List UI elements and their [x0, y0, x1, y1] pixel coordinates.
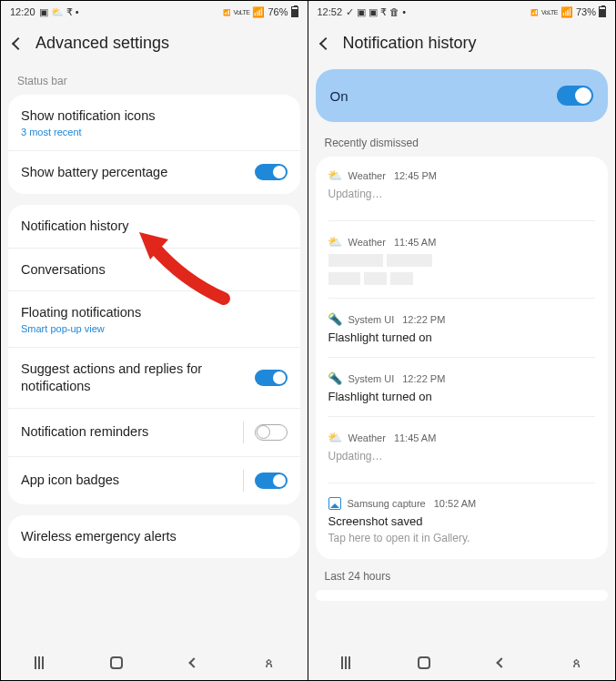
- notif-time: 10:52 AM: [434, 498, 476, 509]
- row-title: Floating notifications: [21, 304, 141, 321]
- status-bar: 12:52 ✓ ▣ ▣ ₹ 🗑 • 📶 VoLTE 📶 73%: [308, 1, 616, 23]
- status-time: 12:52: [318, 6, 343, 17]
- row-wireless-emergency[interactable]: Wireless emergency alerts: [8, 515, 300, 558]
- header: Advanced settings: [1, 23, 308, 69]
- header: Notification history: [308, 23, 616, 69]
- battery-pct: 76%: [268, 6, 288, 17]
- lte-icon: VoLTE: [541, 9, 558, 15]
- notif-time: 11:45 AM: [394, 237, 436, 248]
- notif-app: System UI: [348, 373, 395, 384]
- weather-icon: ⛅: [328, 235, 342, 249]
- screen-notification-history: 12:52 ✓ ▣ ▣ ₹ 🗑 • 📶 VoLTE 📶 73% Notifica…: [308, 1, 616, 680]
- toggle-battery-pct[interactable]: [255, 164, 288, 180]
- status-icon: ✓ ▣ ▣ ₹ 🗑 •: [346, 6, 406, 18]
- pointer-arrow-icon: [137, 230, 237, 312]
- card-last-24h: [316, 590, 609, 601]
- notif-item-systemui[interactable]: 🔦 System UI 12:22 PM Flashlight turned o…: [316, 363, 609, 411]
- battery-icon: [291, 6, 298, 17]
- notif-title: Flashlight turned on: [328, 390, 596, 403]
- nav-bar: ጰ: [308, 645, 616, 680]
- redacted-content: [328, 254, 596, 267]
- lte-icon: VoLTE: [233, 9, 249, 15]
- nav-recent-button[interactable]: [35, 656, 44, 669]
- notif-subtitle: Updating…: [328, 444, 596, 470]
- notif-title: Screenshot saved: [328, 514, 596, 528]
- on-banner[interactable]: On: [316, 69, 609, 122]
- nav-accessibility-button[interactable]: ጰ: [572, 655, 581, 671]
- status-bar: 12:20 ▣ ⛅ ₹ • 📶 VoLTE 📶 76%: [1, 1, 308, 23]
- on-label: On: [330, 88, 348, 104]
- row-show-notif-icons[interactable]: Show notification icons 3 most recent: [8, 95, 300, 151]
- divider: [328, 416, 596, 417]
- card-emergency: Wireless emergency alerts: [8, 515, 300, 558]
- redacted-content: [328, 272, 596, 285]
- row-subtitle: Smart pop-up view: [21, 323, 141, 334]
- notif-app: Weather: [348, 432, 386, 443]
- notif-subtitle: Updating…: [328, 182, 596, 208]
- row-title: App icon badges: [21, 472, 119, 489]
- toggle-app-icon-badges[interactable]: [255, 473, 288, 489]
- row-notification-reminders[interactable]: Notification reminders: [8, 409, 300, 457]
- signal-icon: 📶: [252, 6, 265, 18]
- notif-time: 11:45 AM: [394, 432, 436, 443]
- page-title: Notification history: [343, 34, 477, 53]
- row-title: Suggest actions and replies for notifica…: [21, 361, 221, 395]
- screen-advanced-settings: 12:20 ▣ ⛅ ₹ • 📶 VoLTE 📶 76% Advanced set…: [1, 1, 308, 680]
- nav-back-button[interactable]: [188, 657, 198, 667]
- back-icon[interactable]: [12, 36, 25, 49]
- battery-icon: [599, 6, 606, 17]
- notif-item-samsung-capture[interactable]: Samsung capture 10:52 AM Screenshot save…: [316, 489, 609, 552]
- notif-app: Samsung capture: [348, 498, 426, 509]
- row-title: Wireless emergency alerts: [21, 528, 177, 545]
- divider: [328, 298, 596, 299]
- row-app-icon-badges[interactable]: App icon badges: [8, 457, 300, 504]
- notif-app: System UI: [348, 314, 395, 325]
- wifi-icon: 📶: [530, 9, 539, 15]
- row-title: Show notification icons: [21, 107, 156, 125]
- notif-time: 12:22 PM: [402, 373, 445, 384]
- notif-title: Flashlight turned on: [328, 330, 596, 344]
- divider: [328, 357, 596, 358]
- row-subtitle: 3 most recent: [21, 127, 156, 137]
- notif-item-weather[interactable]: ⛅ Weather 12:45 PM Updating…: [316, 160, 609, 215]
- nav-home-button[interactable]: [418, 656, 430, 669]
- row-show-battery-pct[interactable]: Show battery percentage: [8, 151, 300, 194]
- section-label-statusbar: Status bar: [1, 69, 308, 95]
- page-title: Advanced settings: [35, 34, 169, 53]
- section-last-24h: Last 24 hours: [308, 570, 616, 590]
- notif-item-systemui[interactable]: 🔦 System UI 12:22 PM Flashlight turned o…: [316, 304, 609, 351]
- divider: [328, 483, 596, 483]
- notif-time: 12:22 PM: [402, 314, 445, 325]
- wifi-icon: 📶: [223, 9, 231, 15]
- nav-home-button[interactable]: [110, 656, 123, 669]
- notif-item-weather[interactable]: ⛅ Weather 11:45 AM Updating…: [316, 422, 609, 477]
- toggle-history-on[interactable]: [557, 86, 593, 106]
- row-title: Show battery percentage: [21, 164, 167, 181]
- nav-accessibility-button[interactable]: ጰ: [265, 655, 274, 671]
- row-title: Conversations: [21, 261, 106, 279]
- status-icon: ▣ ⛅ ₹ •: [39, 6, 79, 18]
- flashlight-icon: 🔦: [328, 312, 342, 326]
- nav-back-button[interactable]: [497, 657, 507, 667]
- weather-icon: ⛅: [328, 431, 342, 444]
- card-recently-dismissed: ⛅ Weather 12:45 PM Updating… ⛅ Weather 1…: [316, 157, 609, 559]
- notif-app: Weather: [348, 170, 386, 181]
- status-time: 12:20: [10, 6, 35, 17]
- notif-item-weather[interactable]: ⛅ Weather 11:45 AM: [316, 227, 609, 292]
- toggle-suggest-actions[interactable]: [255, 370, 288, 386]
- weather-icon: ⛅: [328, 168, 342, 182]
- notif-subtitle: Tap here to open it in Gallery.: [328, 532, 596, 544]
- notif-app: Weather: [348, 237, 386, 248]
- toggle-notif-reminders[interactable]: [255, 424, 288, 441]
- signal-icon: 📶: [560, 6, 573, 18]
- back-icon[interactable]: [318, 36, 331, 49]
- battery-pct: 73%: [576, 6, 596, 17]
- section-recently-dismissed: Recently dismissed: [308, 137, 616, 157]
- notif-time: 12:45 PM: [394, 170, 437, 181]
- row-suggest-actions[interactable]: Suggest actions and replies for notifica…: [8, 348, 300, 409]
- card-statusbar: Show notification icons 3 most recent Sh…: [8, 95, 300, 194]
- flashlight-icon: 🔦: [328, 371, 342, 385]
- nav-recent-button[interactable]: [341, 656, 350, 669]
- nav-bar: ጰ: [1, 645, 308, 680]
- row-title: Notification history: [21, 218, 128, 235]
